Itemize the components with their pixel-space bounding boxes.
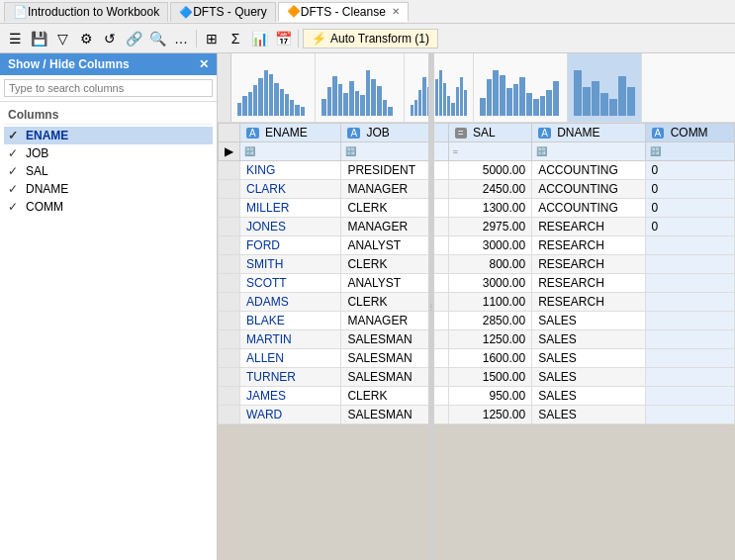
header-sal-label: SAL bbox=[473, 126, 496, 140]
toolbar-btn-chart[interactable]: 📊 bbox=[248, 28, 270, 49]
toolbar-btn-refresh[interactable]: ↺ bbox=[99, 28, 121, 49]
tab-cleanse[interactable]: 🔶 DFTS - Cleanse ✕ bbox=[278, 2, 409, 22]
filter-ename-icon: 🔡 bbox=[244, 146, 255, 156]
header-comm-label: COMM bbox=[671, 126, 708, 140]
row-indicator bbox=[219, 180, 240, 199]
cell-sal: 1600.00 bbox=[448, 349, 531, 368]
cell-comm: 0 bbox=[645, 161, 734, 180]
dname-type-badge: A bbox=[538, 128, 551, 139]
sidebar-item-job[interactable]: ✓ JOB bbox=[4, 144, 213, 162]
sidebar-label-ename: ENAME bbox=[26, 129, 68, 142]
header-dname[interactable]: A DNAME bbox=[532, 124, 645, 142]
tab-cleanse-close[interactable]: ✕ bbox=[392, 6, 400, 17]
table-row: SMITH CLERK 800.00 RESEARCH bbox=[219, 255, 735, 274]
header-dname-label: DNAME bbox=[557, 126, 599, 140]
header-ename-label: ENAME bbox=[265, 126, 308, 140]
cell-sal: 3000.00 bbox=[448, 236, 531, 255]
toolbar-btn-calc[interactable]: Σ bbox=[225, 28, 246, 49]
auto-transform-btn[interactable]: ⚡ Auto Transform (1) bbox=[303, 29, 438, 48]
data-table: A ENAME A JOB = SAL A DN bbox=[218, 123, 735, 424]
cell-comm bbox=[645, 387, 734, 406]
sal-type-badge: = bbox=[455, 128, 467, 139]
table-row: ALLEN SALESMAN 1600.00 SALES bbox=[219, 349, 735, 368]
toolbar-btn-1[interactable]: ☰ bbox=[4, 28, 26, 49]
filter-comm-icon: 🔡 bbox=[650, 146, 661, 156]
cell-ename: ADAMS bbox=[240, 293, 341, 312]
table-row: MILLER CLERK 1300.00 ACCOUNTING 0 bbox=[219, 199, 735, 218]
title-bar: 📄 Introduction to Workbook 🔷 DFTS - Quer… bbox=[0, 0, 735, 24]
chart-sal bbox=[405, 53, 474, 122]
chart-comm bbox=[568, 53, 642, 122]
toolbar-btn-calendar[interactable]: 📅 bbox=[272, 28, 294, 49]
cell-comm bbox=[645, 330, 734, 349]
cell-dname: SALES bbox=[532, 406, 645, 424]
chart-dname bbox=[474, 53, 568, 122]
sidebar-columns-list: Columns ✓ ENAME ✓ JOB ✓ SAL ✓ DNAME ✓ CO… bbox=[0, 102, 217, 220]
sidebar-item-sal[interactable]: ✓ SAL bbox=[4, 162, 213, 180]
check-sal: ✓ bbox=[8, 164, 22, 178]
sidebar-label-sal: SAL bbox=[26, 164, 48, 178]
row-indicator bbox=[219, 312, 240, 330]
row-indicator bbox=[219, 255, 240, 274]
row-indicator bbox=[219, 349, 240, 368]
table-row: BLAKE MANAGER 2850.00 SALES bbox=[219, 312, 735, 330]
cell-sal: 1250.00 bbox=[448, 406, 531, 424]
table-row: KING PRESIDENT 5000.00 ACCOUNTING 0 bbox=[219, 161, 735, 180]
toolbar-sep-1 bbox=[196, 30, 197, 47]
sidebar-label-dname: DNAME bbox=[26, 182, 68, 196]
header-comm[interactable]: A COMM bbox=[645, 124, 734, 142]
toolbar-btn-filter[interactable]: ▽ bbox=[51, 28, 73, 49]
toolbar-btn-group[interactable]: ⊞ bbox=[201, 28, 223, 49]
toolbar-btn-2[interactable]: 💾 bbox=[28, 28, 49, 49]
tab-cleanse-label: DFTS - Cleanse bbox=[301, 5, 386, 19]
header-ename[interactable]: A ENAME bbox=[240, 124, 341, 142]
cell-dname: RESEARCH bbox=[532, 293, 645, 312]
cell-ename: SCOTT bbox=[240, 274, 341, 293]
cell-ename: BLAKE bbox=[240, 312, 341, 330]
row-indicator bbox=[219, 368, 240, 387]
auto-transform-icon: ⚡ bbox=[312, 32, 326, 46]
content-area: A ENAME A JOB = SAL A DN bbox=[218, 53, 735, 560]
sidebar-item-comm[interactable]: ✓ COMM bbox=[4, 198, 213, 216]
toolbar-btn-more[interactable]: … bbox=[170, 28, 192, 49]
toolbar-btn-search[interactable]: 🔍 bbox=[146, 28, 168, 49]
header-indicator bbox=[219, 124, 240, 142]
row-indicator bbox=[219, 293, 240, 312]
sidebar-item-dname[interactable]: ✓ DNAME bbox=[4, 180, 213, 198]
toolbar-btn-link[interactable]: 🔗 bbox=[123, 28, 144, 49]
cell-ename: JONES bbox=[240, 218, 341, 236]
header-sal[interactable]: = SAL bbox=[448, 124, 531, 142]
cell-sal: 1500.00 bbox=[448, 368, 531, 387]
sidebar-columns-header: Columns bbox=[4, 106, 213, 125]
check-job: ✓ bbox=[8, 146, 22, 160]
table-wrapper: A ENAME A JOB = SAL A DN bbox=[218, 123, 735, 560]
tab-query-label: DFTS - Query bbox=[193, 5, 267, 19]
cell-comm: 0 bbox=[645, 218, 734, 236]
cell-sal: 1300.00 bbox=[448, 199, 531, 218]
cell-dname: SALES bbox=[532, 387, 645, 406]
sidebar-item-ename[interactable]: ✓ ENAME bbox=[4, 127, 213, 144]
row-indicator bbox=[219, 236, 240, 255]
chart-row bbox=[218, 53, 735, 123]
sidebar-label-job: JOB bbox=[26, 146, 48, 160]
toolbar-btn-settings[interactable]: ⚙ bbox=[75, 28, 97, 49]
sidebar-close-icon[interactable]: ✕ bbox=[199, 57, 209, 71]
search-input[interactable] bbox=[4, 79, 213, 97]
job-type-badge: A bbox=[347, 128, 360, 139]
table-row: JAMES CLERK 950.00 SALES bbox=[219, 387, 735, 406]
cell-comm bbox=[645, 293, 734, 312]
row-indicator bbox=[219, 218, 240, 236]
col-header-row: A ENAME A JOB = SAL A DN bbox=[219, 124, 735, 142]
cell-comm bbox=[645, 406, 734, 424]
cell-comm bbox=[645, 312, 734, 330]
tab-query[interactable]: 🔷 DFTS - Query bbox=[170, 2, 276, 22]
header-job-label: JOB bbox=[366, 126, 389, 140]
sidebar-header: Show / Hide Columns ✕ bbox=[0, 53, 217, 75]
tab-intro-icon: 📄 bbox=[13, 5, 28, 19]
cell-dname: RESEARCH bbox=[532, 236, 645, 255]
tab-intro[interactable]: 📄 Introduction to Workbook bbox=[4, 2, 168, 22]
sidebar-drag-handle[interactable]: ⋮ bbox=[428, 53, 434, 560]
cell-ename: MILLER bbox=[240, 199, 341, 218]
table-row: FORD ANALYST 3000.00 RESEARCH bbox=[219, 236, 735, 255]
filter-sal-icon: = bbox=[453, 146, 458, 156]
